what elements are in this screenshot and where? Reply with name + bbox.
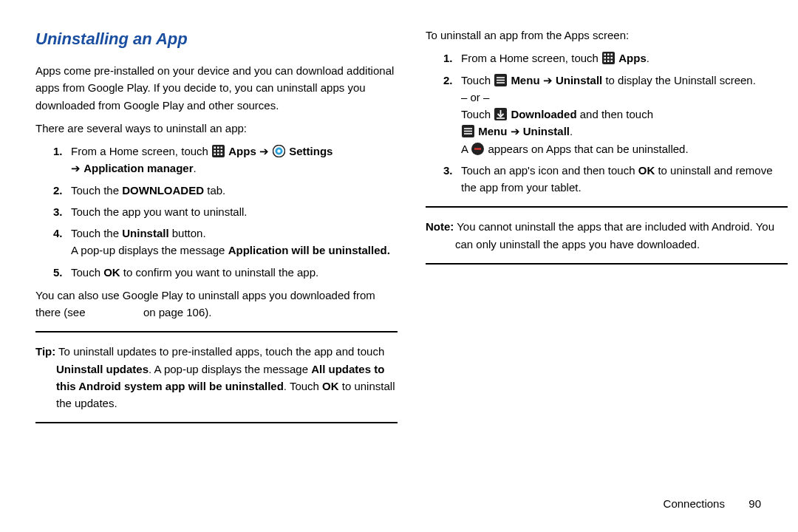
ok-label: OK	[638, 164, 655, 177]
divider	[35, 422, 398, 423]
text: to display the Uninstall screen.	[605, 74, 755, 86]
or-text: – or –	[461, 91, 489, 103]
text: and then touch	[580, 108, 653, 120]
step-number: 1.	[443, 50, 457, 66]
list-item: 3. Touch the app you want to uninstall.	[53, 203, 398, 220]
text: Touch	[461, 74, 494, 86]
list-item: 1. From a Home screen, touch Apps.	[443, 50, 788, 66]
text: to confirm you want to uninstall the app…	[120, 266, 318, 279]
remove-icon	[471, 143, 484, 155]
intro-text: Apps come pre-installed on your device a…	[35, 62, 398, 114]
text: From a Home screen, touch	[461, 52, 601, 64]
list-item: 1. From a Home screen, touch Apps ➔ Sett…	[53, 143, 398, 177]
text: Touch the	[71, 184, 122, 197]
divider	[426, 206, 788, 208]
text: Touch the app you want to uninstall.	[71, 203, 398, 220]
note-label: Note:	[426, 220, 454, 233]
step-number: 4.	[53, 225, 66, 259]
text: A	[461, 143, 471, 155]
step-number: 2.	[443, 72, 457, 157]
arrow-icon: ➔	[511, 125, 520, 137]
tip-label: Tip:	[35, 345, 55, 358]
list-item: 5. Touch OK to confirm you want to unins…	[53, 264, 398, 281]
step-number: 3.	[443, 162, 457, 197]
apps-label: Apps	[618, 52, 647, 64]
footer-page: 90	[748, 497, 761, 510]
text: . Touch	[284, 380, 322, 392]
text: To uninstall updates to pre-installed ap…	[55, 345, 384, 358]
tip-block: Tip: To uninstall updates to pre-install…	[35, 343, 398, 412]
menu-label: Menu	[511, 74, 542, 86]
divider	[426, 263, 788, 265]
list-item: 4. Touch the Uninstall button. A pop-up …	[53, 225, 398, 259]
ok-label: OK	[103, 266, 120, 279]
apps-icon	[212, 145, 225, 157]
text: Touch an app's icon and then touch	[461, 164, 638, 177]
step-number: 2.	[53, 182, 66, 199]
right-column: To uninstall an app from the Apps screen…	[426, 27, 788, 275]
menu-icon	[462, 125, 474, 137]
also-text: You can also use Google Play to uninstal…	[35, 287, 398, 321]
step-number: 3.	[53, 203, 66, 220]
download-icon	[494, 108, 507, 120]
text: button.	[169, 227, 206, 239]
intro-text: To uninstall an app from the Apps screen…	[426, 27, 788, 44]
menu-label: Menu	[478, 125, 510, 137]
apps-label: Apps	[228, 145, 259, 157]
msg-label: Application will be uninstalled.	[228, 244, 390, 256]
text: Touch the	[71, 227, 122, 239]
uninstall-updates-label: Uninstall updates	[56, 363, 149, 375]
apps-icon	[602, 52, 615, 64]
uninstall-label: Uninstall	[523, 125, 570, 137]
settings-label: Settings	[289, 145, 332, 157]
left-column: Uninstalling an App Apps come pre-instal…	[35, 27, 398, 434]
step-number: 5.	[53, 264, 66, 281]
steps-list: 1. From a Home screen, touch Apps. 2. To…	[426, 50, 788, 196]
downloaded-label: DOWNLOADED	[122, 184, 204, 197]
text: appears on Apps that can be uninstalled.	[488, 143, 689, 155]
uninstall-label: Uninstall	[122, 227, 168, 239]
page-footer: Connections 90	[664, 497, 761, 510]
text: tab.	[204, 184, 225, 197]
list-item: 2. Touch Menu ➔ Uninstall to display the…	[443, 72, 788, 157]
list-item: 3. Touch an app's icon and then touch OK…	[443, 162, 788, 197]
arrow-icon: ➔	[259, 145, 269, 157]
divider	[35, 331, 398, 332]
text: Touch	[461, 108, 494, 120]
footer-section: Connections	[664, 497, 725, 510]
appmgr-label: Application manager	[83, 162, 193, 174]
note-block: Note: You cannot uninstall the apps that…	[426, 218, 788, 253]
arrow-icon: ➔	[71, 162, 83, 174]
text: on page 106).	[140, 306, 212, 318]
arrow-icon: ➔	[543, 74, 553, 86]
menu-icon	[494, 74, 507, 86]
ok-label: OK	[322, 380, 339, 392]
text: From a Home screen, touch	[71, 145, 211, 157]
uninstall-label: Uninstall	[556, 74, 602, 86]
settings-icon	[273, 145, 285, 157]
text: You cannot uninstall the apps that are i…	[454, 220, 774, 250]
step-number: 1.	[53, 143, 66, 177]
steps-list: 1. From a Home screen, touch Apps ➔ Sett…	[35, 143, 398, 281]
downloaded-label: Downloaded	[511, 108, 576, 120]
text: Touch	[71, 266, 103, 279]
text: . A pop-up displays the message	[149, 363, 311, 375]
text: A pop-up displays the message	[71, 244, 228, 256]
section-heading: Uninstalling an App	[35, 27, 398, 52]
list-item: 2. Touch the DOWNLOADED tab.	[53, 182, 398, 199]
ways-text: There are several ways to uninstall an a…	[35, 120, 398, 137]
